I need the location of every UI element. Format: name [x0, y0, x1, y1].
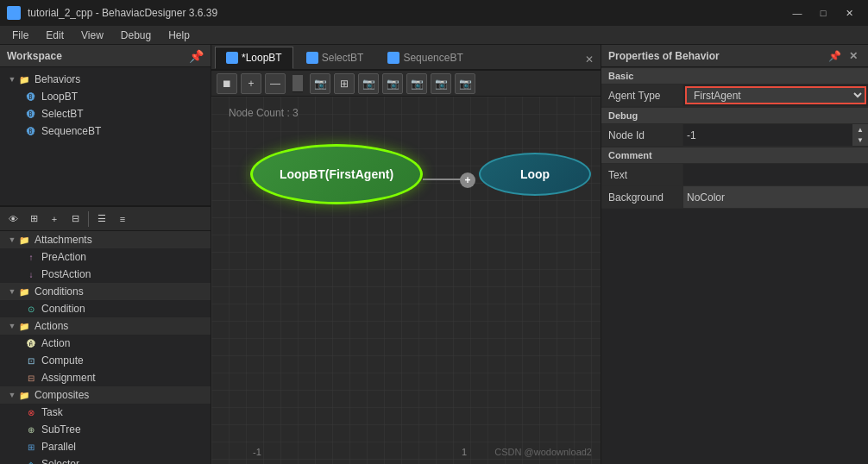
center-btn[interactable]: 📷: [455, 73, 475, 94]
watermark-text: CSDN @wodownload2: [494, 447, 592, 457]
tree-compute[interactable]: ⊡ Compute: [0, 352, 211, 369]
menu-edit[interactable]: Edit: [37, 26, 72, 45]
agent-type-select[interactable]: FirstAgent: [687, 88, 865, 103]
title-bar: tutorial_2_cpp - BehaviacDesigner 3.6.39…: [0, 0, 868, 26]
main-layout: Workspace 📌 ▼ 📁 Behaviors 🅑 LoopBT 🅑 Sel…: [0, 45, 868, 464]
behaviors-root-label: Behaviors: [35, 73, 80, 85]
add-node-btn[interactable]: +: [45, 210, 64, 229]
screenshot-btn[interactable]: 📷: [310, 73, 330, 94]
menu-file[interactable]: File: [3, 26, 37, 45]
selector-icon: ◈: [24, 457, 38, 464]
composites-label: Composites: [35, 389, 89, 401]
preaction-icon: ↑: [24, 250, 38, 264]
fit-btn[interactable]: 📷: [431, 73, 451, 94]
menu-help[interactable]: Help: [160, 26, 198, 45]
loop-node-label: Loop: [520, 167, 550, 181]
properties-close-btn[interactable]: ✕: [846, 48, 861, 64]
task-icon: ⊗: [24, 405, 38, 419]
prop-agent-type-row: Agent Type FirstAgent: [601, 85, 868, 107]
dock-pin-icon[interactable]: 📌: [189, 49, 204, 63]
canvas-area[interactable]: Node Count : 3 LoopBT(FirstAgent) + Loop…: [211, 97, 601, 464]
left-sidebar: Workspace 📌 ▼ 📁 Behaviors 🅑 LoopBT 🅑 Sel…: [0, 45, 211, 464]
section-attachments[interactable]: ▼ 📁 Attachments: [0, 231, 211, 248]
nodeid-input[interactable]: [683, 124, 852, 146]
zoom-in-btn[interactable]: +: [241, 73, 261, 94]
export-btn[interactable]: 📷: [358, 73, 379, 94]
tab-selectbt[interactable]: SelectBT: [295, 47, 375, 69]
eye-toggle-btn[interactable]: 👁: [3, 210, 22, 229]
expand-all-btn[interactable]: ⊞: [24, 210, 43, 229]
menu-debug[interactable]: Debug: [112, 26, 160, 45]
bt-connector-add[interactable]: +: [460, 172, 475, 188]
section-composites[interactable]: ▼ 📁 Composites: [0, 386, 211, 404]
tree-parallel[interactable]: ⊞ Parallel: [0, 438, 211, 455]
nodeid-decrement-btn[interactable]: ▼: [852, 135, 868, 147]
prop-background-row: Background NoColor: [601, 186, 868, 209]
tree-behaviors-root[interactable]: ▼ 📁 Behaviors: [0, 71, 211, 88]
menu-btn[interactable]: ☰: [92, 210, 111, 229]
tab-loopbt[interactable]: *LoopBT: [215, 47, 293, 69]
save-btn2[interactable]: 📷: [382, 73, 403, 94]
tab-sequencebt[interactable]: SequenceBT: [376, 47, 474, 69]
bt-node-loop[interactable]: Loop: [479, 153, 591, 196]
minimize-button[interactable]: —: [785, 3, 809, 22]
window-title: tutorial_2_cpp - BehaviacDesigner 3.6.39: [28, 7, 785, 19]
condition-icon: ⊙: [24, 302, 38, 316]
properties-header-buttons: 📌 ✕: [827, 48, 861, 64]
subtree-icon: ⊕: [24, 423, 38, 436]
loop-node-shape: Loop: [479, 153, 591, 196]
loopbt-label: LoopBT: [41, 91, 78, 103]
attachments-folder-icon: 📁: [17, 233, 31, 247]
parallel-label: Parallel: [41, 441, 76, 453]
maximize-button[interactable]: □: [811, 3, 835, 22]
tree-subtree[interactable]: ⊕ SubTree: [0, 421, 211, 438]
load-btn[interactable]: 📷: [406, 73, 427, 94]
tab-selectbt-icon: [306, 52, 318, 64]
close-tab-button[interactable]: ✕: [582, 50, 597, 69]
subtree-label: SubTree: [41, 423, 81, 436]
zoom-out-btn[interactable]: —: [265, 73, 286, 94]
prop-agent-type-label: Agent Type: [601, 85, 683, 106]
prop-section-debug: Debug: [601, 107, 868, 124]
menu-view[interactable]: View: [72, 26, 112, 45]
right-panel: Properties of Behavior 📌 ✕ Basic Agent T…: [601, 45, 868, 464]
action-label: Action: [41, 337, 70, 349]
tree-task[interactable]: ⊗ Task: [0, 404, 211, 421]
background-select[interactable]: NoColor: [683, 186, 868, 208]
selector-label: Selector: [41, 458, 79, 464]
scroll-right-btn[interactable]: ≡: [113, 210, 132, 229]
tree-assignment[interactable]: ⊟ Assignment: [0, 369, 211, 386]
window-controls: — □ ✕: [785, 3, 861, 22]
section-conditions[interactable]: ▼ 📁 Conditions: [0, 283, 211, 300]
section-actions[interactable]: ▼ 📁 Actions: [0, 317, 211, 335]
workspace-label: Workspace: [7, 50, 62, 62]
tree-loopbt[interactable]: 🅑 LoopBT: [0, 88, 211, 105]
tree-condition[interactable]: ⊙ Condition: [0, 300, 211, 317]
tree-preaction[interactable]: ↑ PreAction: [0, 248, 211, 266]
collapse-all-btn[interactable]: ⊟: [66, 210, 85, 229]
stop-btn[interactable]: ⏹: [217, 73, 237, 94]
conditions-label: Conditions: [35, 285, 84, 298]
prop-section-basic: Basic: [601, 67, 868, 85]
tree-selector[interactable]: ◈ Selector: [0, 455, 211, 464]
bt-node-loopbt[interactable]: LoopBT(FirstAgent): [250, 144, 423, 204]
close-button[interactable]: ✕: [837, 3, 861, 22]
grid-btn[interactable]: ⊞: [334, 73, 355, 94]
comment-text-input[interactable]: [689, 169, 863, 181]
properties-pin-btn[interactable]: 📌: [827, 48, 842, 64]
loopbt-icon: 🅑: [24, 90, 38, 103]
properties-panel-header: Properties of Behavior 📌 ✕: [601, 45, 868, 67]
prop-text-row: Text: [601, 164, 868, 186]
nodeid-stepper-buttons: ▲ ▼: [852, 124, 868, 146]
preaction-label: PreAction: [41, 251, 86, 263]
prop-nodeid-label: Node Id: [601, 124, 683, 146]
tree-action[interactable]: 🅐 Action: [0, 335, 211, 352]
tree-selectbt[interactable]: 🅑 SelectBT: [0, 105, 211, 122]
tree-postaction[interactable]: ↓ PostAction: [0, 266, 211, 283]
tab-loopbt-label: *LoopBT: [242, 52, 282, 64]
prop-basic-label: Basic: [608, 71, 633, 81]
behaviors-expand-icon: ▼: [7, 75, 17, 84]
attachments-label: Attachments: [35, 234, 92, 246]
tree-sequencebt[interactable]: 🅑 SequenceBT: [0, 122, 211, 140]
nodeid-increment-btn[interactable]: ▲: [852, 124, 868, 135]
